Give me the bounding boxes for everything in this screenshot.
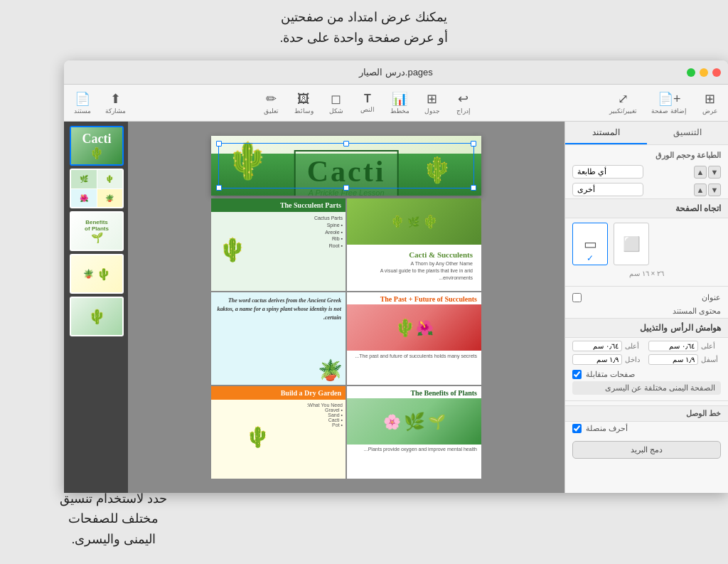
doc-label: مستند	[74, 107, 91, 115]
facing-pages-row: صفحات متقابلة	[565, 368, 728, 381]
ben-plant2: 🌿	[404, 412, 425, 432]
orientation-portrait[interactable]: ▭ ✓	[572, 223, 608, 265]
pf-image: 🌺 🌵	[347, 304, 481, 351]
chart-label: مخطط	[390, 107, 410, 115]
doc-icon: 📄	[75, 91, 90, 107]
toolbar-text-btn[interactable]: T النص	[355, 90, 380, 116]
annotation-top: يمكنك عرض امتداد من صفحتينأو عرض صفحة وا…	[215, 7, 513, 48]
toolbar-add-page-btn[interactable]: +📄 إضافة صفحة	[647, 88, 691, 117]
shape-label: شكل	[329, 107, 343, 115]
bdg-text: What You Need: • Gravel • Sand • Cacti •…	[304, 400, 346, 474]
cs-subtitle: A Thorn by Any Other Name	[351, 260, 477, 267]
thumb-4-icon2: 🪴	[83, 269, 94, 279]
merge-button[interactable]: دمج البريد	[572, 441, 721, 459]
any-printer-value[interactable]: أي طابعة	[572, 165, 643, 179]
page-past-future[interactable]: The Past + Future of Succulents 🌺 🌵 The …	[347, 292, 481, 385]
cs-body: A visual guide to the plants that live i…	[351, 267, 477, 282]
page-direction-title: اتجاه الصفحة	[565, 198, 728, 218]
thumb-3-icon: 🌱	[91, 232, 103, 243]
thumb-3[interactable]: Benefitsof Plants 🌱	[70, 211, 124, 251]
sidebar-right: Cacti 🌵 🌵 🌿 🪴 🌺 Benefitsof Plants 🌱	[64, 122, 128, 493]
cactus-decoration: 🌵	[225, 140, 269, 181]
comment-label: تعليق	[264, 107, 279, 115]
thumb-1-cactus: 🌵	[90, 147, 104, 160]
wc-cactus: 🪴	[318, 359, 343, 381]
any-printer-up[interactable]: ▲	[694, 166, 707, 179]
pf-text: The past and future of succulents holds …	[347, 351, 481, 361]
hyphenation-row: أحرف منصلة	[565, 422, 728, 435]
cs-cactus1: 🌵	[422, 214, 438, 230]
any-printer-row: ▼ ▲ أي طابعة	[565, 163, 728, 181]
page-succulent-parts[interactable]: The Succulent Parts Cactus Parts ▪ Spine…	[211, 198, 346, 291]
orientation-landscape[interactable]: ⬜	[614, 223, 649, 265]
toolbar-insert-btn[interactable]: ↩ إدراج	[451, 88, 476, 117]
traffic-lights	[687, 68, 721, 77]
cacti-main-title: Cacti	[307, 154, 386, 188]
tab-format[interactable]: التنسيق	[647, 122, 729, 144]
thumb-4[interactable]: 🌵 🪴	[70, 254, 124, 294]
thumb-2[interactable]: 🌵 🌿 🪴 🌺	[70, 169, 124, 208]
top-outer-label: أعلى	[701, 342, 715, 350]
thumb-2-cell3: 🪴	[97, 189, 123, 208]
insert-label: إدراج	[456, 107, 471, 115]
canvas-area[interactable]: 🌵 🌵 Cacti A Prickle Free Lesson	[128, 122, 564, 493]
pages-grid[interactable]: 🌵 🌿 🌵 Cacti & Succulents A Thorn by Any …	[211, 198, 481, 479]
bdg-body: What You Need: • Gravel • Sand • Cacti •…	[211, 400, 346, 474]
different-first-option[interactable]: الصفحة اليمنى مختلفة عن اليسرى	[572, 381, 721, 395]
any-printer-stepper: ▼ ▲	[694, 166, 721, 179]
thumb-4-inner: 🌵 🪴	[71, 255, 122, 292]
toolbar-comment-btn[interactable]: ✏ تعليق	[259, 88, 284, 117]
page-cacti-succulents[interactable]: 🌵 🌿 🌵 Cacti & Succulents A Thorn by Any …	[347, 198, 481, 291]
toolbar-chart-btn[interactable]: 📊 مخطط	[386, 88, 414, 117]
top-outer-input[interactable]	[648, 341, 698, 351]
toolbar-media-btn[interactable]: 🖼 وسائط	[290, 89, 318, 117]
any-printer-down[interactable]: ▼	[708, 166, 721, 179]
maximize-button[interactable]	[687, 68, 695, 77]
pf-title: The Past + Future of Succulents	[347, 292, 481, 304]
toolbar: ⊞ عرض +📄 إضافة صفحة ⤢ تغيير/تكبير ↩ إدرا…	[64, 85, 728, 122]
thumb-1[interactable]: Cacti 🌵	[70, 126, 124, 166]
text-icon: T	[364, 92, 371, 105]
media-icon: 🖼	[297, 92, 310, 107]
page-dry-garden[interactable]: Build a Dry Garden What You Need: • Grav…	[211, 386, 346, 479]
main-content: التنسيق المستند الطباعة وحجم الورق ▼ ▲ أ…	[64, 122, 728, 493]
share-icon: ⬆	[110, 91, 121, 107]
facing-pages-checkbox[interactable]	[572, 370, 582, 379]
bottom-inner-input[interactable]	[572, 354, 622, 365]
toolbar-shape-btn[interactable]: ◻ شكل	[323, 88, 349, 117]
toolbar-doc-btn[interactable]: 📄 مستند	[70, 88, 95, 117]
thumb-4-icon1: 🌵	[97, 267, 111, 281]
thumb-1-inner: Cacti 🌵	[71, 127, 122, 164]
thumb-2-cell1: 🌵	[97, 170, 123, 188]
toolbar-table-btn[interactable]: ⊞ جدول	[419, 88, 445, 117]
page-benefits[interactable]: The Benefits of Plants 🌱 🌿 🌸 Plants prov…	[347, 386, 481, 479]
bottom-outer-input[interactable]	[648, 354, 698, 365]
portrait-checkmark: ✓	[587, 253, 594, 263]
tab-document[interactable]: المستند	[565, 122, 647, 144]
hyphenation-checkbox[interactable]	[572, 424, 582, 433]
other-down[interactable]: ▼	[708, 183, 721, 196]
cs-cactus3: 🌵	[390, 215, 405, 228]
margin-bottom-outer: أسفل	[648, 354, 722, 365]
succ-illustration: 🌵	[211, 212, 254, 287]
body-label: محتوى المستند	[673, 307, 721, 316]
other-up[interactable]: ▲	[694, 183, 707, 196]
other-value[interactable]: أخرى	[572, 183, 643, 196]
insert-icon: ↩	[458, 91, 469, 107]
minimize-button[interactable]	[700, 68, 708, 77]
size-label: ٢٦ × ١٦ سم	[565, 270, 728, 282]
cactus-decoration-2: 🌵	[422, 156, 453, 185]
top-inner-input[interactable]	[572, 341, 622, 351]
page-word-cactus[interactable]: The word cactus derives from the Ancient…	[211, 292, 346, 385]
toolbar-center-group: ↩ إدراج ⊞ جدول 📊 مخطط T النص ◻ شكل 🖼 وسا	[259, 88, 476, 117]
toolbar-zoom-btn[interactable]: ⤢ تغيير/تكبير	[605, 88, 642, 117]
close-button[interactable]	[712, 68, 721, 77]
toolbar-view-btn[interactable]: ⊞ عرض	[697, 88, 722, 117]
title-checkbox[interactable]	[572, 293, 582, 302]
ben-plant1: 🌱	[428, 413, 446, 430]
thumb-5[interactable]: 🌵	[70, 297, 124, 336]
body-row: محتوى المستند	[565, 304, 728, 318]
page-title-preview[interactable]: 🌵 🌵 Cacti A Prickle Free Lesson	[211, 136, 481, 196]
bdg-image: 🌵	[211, 400, 304, 474]
toolbar-share-btn[interactable]: ⬆ مشاركة	[101, 88, 130, 117]
